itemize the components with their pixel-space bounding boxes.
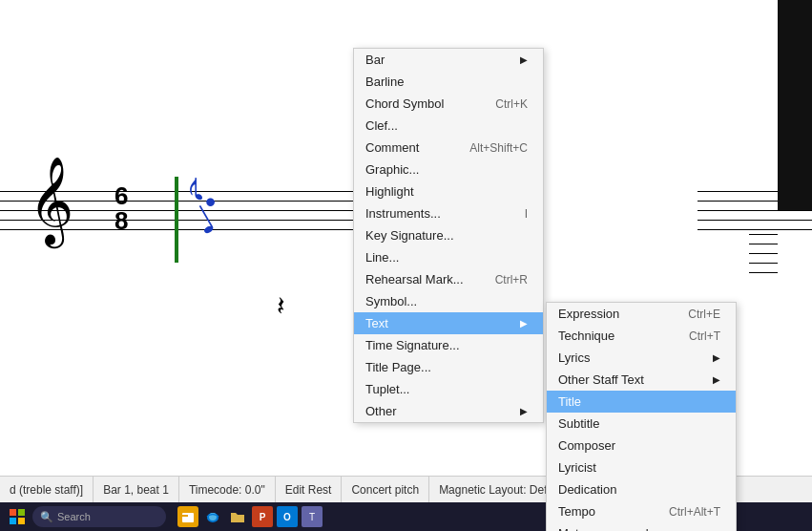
text-lyrics[interactable]: Lyrics ▶ [547, 347, 736, 369]
staff-detail-2 [749, 244, 778, 244]
svg-rect-2 [10, 518, 16, 524]
status-edit: Edit Rest [276, 477, 343, 502]
svg-rect-1 [18, 509, 25, 516]
menu-graphic[interactable]: Graphic... [354, 159, 543, 181]
taskbar-app-edge[interactable] [202, 506, 223, 527]
text-expression[interactable]: Expression Ctrl+E [547, 303, 736, 325]
menu-highlight[interactable]: Highlight [354, 181, 543, 202]
taskbar-app-teams[interactable]: T [302, 506, 323, 527]
text-tempo[interactable]: Tempo Ctrl+Alt+T [547, 500, 736, 522]
svg-rect-5 [182, 515, 188, 517]
menu-title-page[interactable]: Title Page... [354, 356, 543, 378]
svg-rect-3 [18, 518, 25, 524]
menu-tuplet[interactable]: Tuplet... [354, 378, 543, 400]
menu-key-signature[interactable]: Key Signature... [354, 224, 543, 246]
menu-barline[interactable]: Barline [354, 71, 543, 93]
status-timecode: Timecode: 0.0" [179, 477, 276, 502]
text-lyricist[interactable]: Lyricist [547, 457, 736, 478]
staff-detail-3 [749, 253, 778, 254]
svg-rect-0 [10, 509, 16, 516]
staff-detail-1 [749, 234, 778, 235]
menu-time-signature[interactable]: Time Signature... [354, 334, 543, 356]
taskbar-app-outlook[interactable]: O [277, 506, 298, 527]
menu-comment[interactable]: Comment Alt+Shift+C [354, 137, 543, 159]
text-other-staff[interactable]: Other Staff Text ▶ [547, 369, 736, 391]
taskbar-app-folder[interactable] [227, 506, 248, 527]
taskbar-search[interactable]: 🔍 Search [32, 506, 166, 527]
green-barline [175, 177, 178, 263]
menu-bar[interactable]: Bar ▶ [354, 49, 543, 71]
text-metronome[interactable]: Metronome mark [547, 522, 736, 531]
text-subtitle[interactable]: Subtitle [547, 413, 736, 435]
menu-line[interactable]: Line... [354, 246, 543, 268]
time-signature: 6 8 [115, 183, 128, 233]
status-staff: d (treble staff)] [6, 477, 94, 502]
menu-clef[interactable]: Clef... [354, 115, 543, 137]
status-concert: Concert pitch [342, 477, 429, 502]
text-submenu: Expression Ctrl+E Technique Ctrl+T Lyric… [546, 302, 737, 531]
staff-detail-5 [749, 272, 778, 273]
menu-symbol[interactable]: Symbol... [354, 290, 543, 312]
menu-text[interactable]: Text ▶ [354, 312, 543, 334]
menu-rehearsal-mark[interactable]: Rehearsal Mark... Ctrl+R [354, 268, 543, 290]
treble-clef: 𝄞 [29, 162, 73, 239]
staff-detail-4 [749, 263, 778, 264]
menu-instruments[interactable]: Instruments... I [354, 202, 543, 224]
windows-start-button[interactable] [8, 507, 27, 526]
text-technique[interactable]: Technique Ctrl+T [547, 325, 736, 347]
text-dedication[interactable]: Dedication [547, 478, 736, 500]
thick-right-bar [778, 0, 812, 210]
taskbar-app-powerpoint[interactable]: P [252, 506, 273, 527]
menu-other[interactable]: Other ▶ [354, 400, 543, 422]
status-bar-beat: Bar 1, beat 1 [94, 477, 179, 502]
main-context-menu: Bar ▶ Barline Chord Symbol Ctrl+K Clef..… [353, 48, 544, 423]
text-title[interactable]: Title [547, 391, 736, 413]
taskbar-apps: P O T [177, 506, 323, 527]
search-icon: 🔍 [40, 511, 53, 523]
menu-chord-symbol[interactable]: Chord Symbol Ctrl+K [354, 93, 543, 115]
text-composer[interactable]: Composer [547, 435, 736, 457]
taskbar-app-files[interactable] [177, 506, 198, 527]
svg-rect-4 [182, 513, 194, 522]
